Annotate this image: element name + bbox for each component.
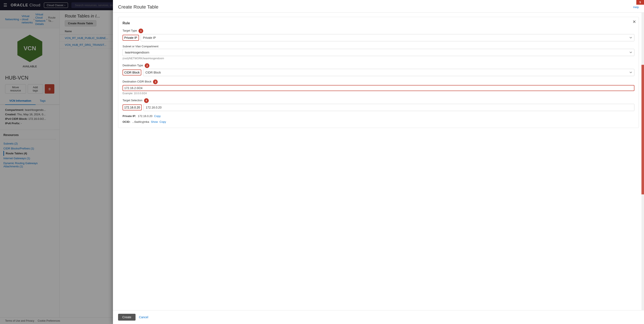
destination-type-label: Destination Type 2 — [122, 63, 634, 68]
destination-cidr-group: Destination CIDR Block 3 Example: 10.0.0… — [122, 80, 634, 95]
target-type-group: Target Type 1 Private IP Private IP — [122, 28, 634, 41]
target-selection-group: Target Selection 4 172.16.0.20 — [122, 98, 634, 111]
modal-footer: Create Cancel — [113, 310, 644, 324]
rule-section: Rule ✕ Target Type 1 Private IP Private … — [118, 17, 639, 128]
scroll-thumb — [642, 65, 644, 194]
destination-type-select[interactable]: CIDR Block — [143, 69, 634, 76]
copy-ocid-link[interactable]: Copy — [160, 120, 166, 124]
modal-overlay: 5 Create Route Table Help Rule ✕ Target … — [0, 0, 644, 324]
target-selection-input[interactable] — [144, 104, 634, 111]
modal-header: Create Route Table Help — [113, 0, 644, 12]
destination-type-highlight: CIDR Block — [122, 70, 141, 76]
private-ip-info-row: Private IP: 172.16.0.20 Copy — [122, 114, 634, 118]
target-selection-highlight: 172.16.0.20 — [122, 104, 142, 110]
step-1-badge: 1 — [138, 28, 143, 33]
rule-close-button[interactable]: ✕ — [632, 20, 636, 24]
target-type-select[interactable]: Private IP — [141, 34, 634, 41]
step-2-badge: 2 — [145, 63, 150, 68]
step-3-badge: 3 — [153, 80, 158, 84]
target-type-label: Target Type 1 — [122, 28, 634, 33]
scroll-step-5: 5 — [636, 0, 644, 5]
create-route-table-modal: 5 Create Route Table Help Rule ✕ Target … — [113, 0, 644, 324]
destination-cidr-input[interactable] — [122, 85, 634, 91]
create-button[interactable]: Create — [118, 314, 136, 320]
ocid-info-row: OCID: ...6ad4cyjmka Show Copy — [122, 120, 634, 124]
target-selection-label: Target Selection 4 — [122, 98, 634, 103]
modal-help-link[interactable]: Help — [633, 6, 639, 9]
rule-title: Rule — [122, 21, 634, 25]
subnet-compartment-group: Subnet or Vlan Compartment IwanHoogendoo… — [122, 45, 634, 60]
subnet-compartment-label: Subnet or Vlan Compartment — [122, 45, 634, 48]
modal-body: Rule ✕ Target Type 1 Private IP Private … — [113, 12, 644, 310]
destination-cidr-label: Destination CIDR Block 3 — [122, 80, 634, 84]
subnet-compartment-path: (root)/NETWORK/IwanHoogendoorn — [122, 57, 634, 60]
target-type-highlight: Private IP — [122, 35, 139, 41]
copy-private-ip-link[interactable]: Copy — [154, 114, 160, 118]
destination-cidr-hint: Example: 10.0.0.0/24 — [122, 92, 634, 95]
show-ocid-link[interactable]: Show — [151, 120, 158, 124]
scrollbar[interactable] — [642, 0, 644, 324]
subnet-compartment-select[interactable]: IwanHoogendoorn — [122, 49, 634, 56]
modal-title: Create Route Table — [118, 4, 158, 10]
step-4-badge: 4 — [144, 98, 149, 103]
destination-type-group: Destination Type 2 CIDR Block CIDR Block — [122, 63, 634, 76]
cancel-button[interactable]: Cancel — [138, 314, 149, 320]
